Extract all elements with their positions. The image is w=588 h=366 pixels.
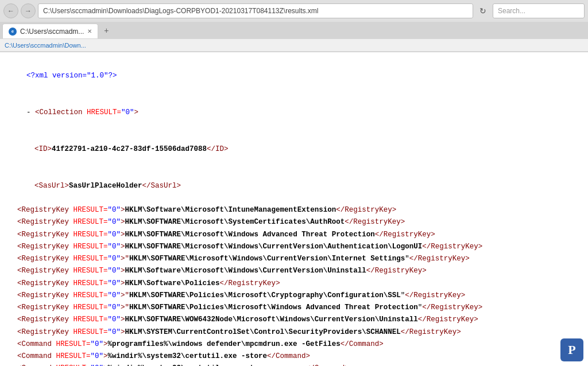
new-tab-button[interactable]: + <box>100 25 112 36</box>
search-box[interactable]: Search... <box>493 3 585 18</box>
collection-line: - <Collection HRESULT="0"> <box>9 95 579 131</box>
browser-tab[interactable]: e C:\Users\sccmadm... ✕ <box>2 24 98 38</box>
watermark-logo: P <box>560 338 583 361</box>
security-bar: C:\Users\sccmadmin\Down... <box>0 39 588 52</box>
id-open-tag: <ID> <box>34 145 52 153</box>
xml-prolog: <?xml version="1.0"?> <box>26 72 117 80</box>
refresh-button[interactable]: ↻ <box>475 3 490 18</box>
id-value: 41f22791-a210-4c27-83df-15506dad7088 <box>52 145 207 153</box>
regkey-line-1: <RegistryKey HRESULT="0">HKLM\Software\M… <box>9 204 579 216</box>
tab-favicon: e <box>9 28 17 36</box>
sasurl-line: <SasUrl>SasUrlPlaceHolder</SasUrl> <box>9 168 579 204</box>
id-close-tag: </ID> <box>207 145 229 153</box>
search-placeholder: Search... <box>498 7 525 15</box>
regkey-line-9: <RegistryKey HRESULT="0">"HKLM\SOFTWARE\… <box>9 302 579 314</box>
sasurl-value: SasUrlPlaceHolder <box>69 182 142 190</box>
id-line: <ID>41f22791-a210-4c27-83df-15506dad7088… <box>9 131 579 168</box>
regkey-line-7: <RegistryKey HRESULT="0">HKLM\Software\P… <box>9 278 579 290</box>
collapse-button[interactable]: - <box>26 108 35 116</box>
cmd-line-2: <Command HRESULT="0">%windir%\system32\c… <box>9 351 579 363</box>
tab-bar: e C:\Users\sccmadm... ✕ + <box>0 22 588 39</box>
forward-button[interactable]: → <box>21 3 36 18</box>
regkey-line-5: <RegistryKey HRESULT="0">"HKLM\SOFTWARE\… <box>9 253 579 265</box>
address-text: C:\Users\sccmadmin\Downloads\DiagLogs-CO… <box>43 7 319 15</box>
hresult-value: "0" <box>121 108 134 116</box>
collection-tag-open: <Collection <box>35 108 87 116</box>
collection-tag-close: > <box>134 108 139 116</box>
regkey-line-10: <RegistryKey HRESULT="0">HKLM\SOFTWARE\W… <box>9 314 579 326</box>
regkey-line-3: <RegistryKey HRESULT="0">HKLM\SOFTWARE\M… <box>9 229 579 241</box>
back-button[interactable]: ← <box>3 3 18 18</box>
xml-prolog-line: <?xml version="1.0"?> <box>9 58 579 95</box>
security-path: C:\Users\sccmadmin\Down... <box>5 42 86 49</box>
regkey-line-6: <RegistryKey HRESULT="0">HKLM\Software\M… <box>9 265 579 277</box>
address-bar[interactable]: C:\Users\sccmadmin\Downloads\DiagLogs-CO… <box>38 3 473 18</box>
regkey-line-4: <RegistryKey HRESULT="0">HKLM\SOFTWARE\M… <box>9 241 579 253</box>
hresult-attr: HRESULT= <box>87 108 121 116</box>
sasurl-close-tag: </SasUrl> <box>142 182 181 190</box>
cmd-line-1: <Command HRESULT="0">%programfiles%\wind… <box>9 338 579 351</box>
nav-bar: ← → C:\Users\sccmadmin\Downloads\DiagLog… <box>0 0 588 22</box>
regkey-line-2: <RegistryKey HRESULT="0">HKLM\SOFTWARE\M… <box>9 216 579 228</box>
xml-content: <?xml version="1.0"?> - <Collection HRES… <box>0 52 588 366</box>
cmd-line-3: <Command HRESULT="0">%windir%\system32\c… <box>9 363 579 366</box>
tab-label: C:\Users\sccmadm... <box>20 28 84 36</box>
browser-chrome: ← → C:\Users\sccmadmin\Downloads\DiagLog… <box>0 0 588 52</box>
regkey-line-11: <RegistryKey HRESULT="0">HKLM\SYSTEM\Cur… <box>9 326 579 338</box>
tab-close-button[interactable]: ✕ <box>87 28 92 34</box>
regkey-line-8: <RegistryKey HRESULT="0">"HKLM\SOFTWARE\… <box>9 290 579 302</box>
sasurl-open-tag: <SasUrl> <box>34 182 69 190</box>
